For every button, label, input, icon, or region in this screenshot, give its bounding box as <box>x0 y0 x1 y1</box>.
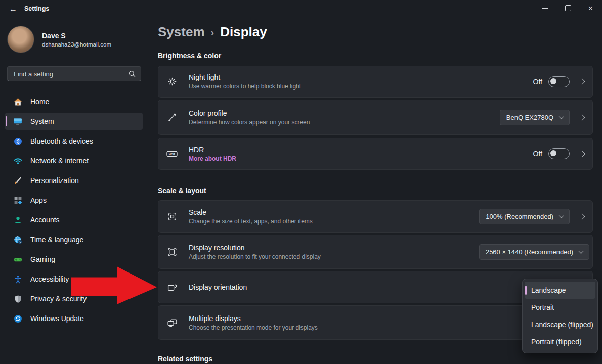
row-title: Display resolution <box>189 244 321 252</box>
avatar <box>7 26 34 53</box>
toggle-knob <box>550 78 556 84</box>
bluetooth-icon <box>13 136 22 146</box>
accessibility-icon <box>13 275 22 284</box>
hdr-icon: HDR <box>165 148 179 159</box>
breadcrumb-separator-icon: › <box>211 27 214 38</box>
selected-indicator <box>525 286 527 295</box>
sidebar-item-label: Home <box>30 98 49 106</box>
sidebar-item-bluetooth-devices[interactable]: Bluetooth & devices <box>5 132 143 150</box>
minimize-icon <box>542 8 548 9</box>
orientation-option-landscape-flipped[interactable]: Landscape (flipped) <box>525 316 595 333</box>
dropdown-value: 100% (Recommended) <box>486 213 553 220</box>
option-label: Portrait <box>531 303 554 311</box>
display-orientation-icon <box>165 282 179 293</box>
row-title: Display orientation <box>189 283 247 291</box>
windows-update-icon <box>13 314 22 323</box>
chevron-down-icon <box>559 213 564 218</box>
more-about-hdr-link[interactable]: More about HDR <box>189 155 236 162</box>
sidebar-item-label: Time & language <box>30 236 83 244</box>
orientation-option-portrait[interactable]: Portrait <box>525 299 595 316</box>
sidebar-item-label: Windows Update <box>30 314 84 323</box>
maximize-button[interactable] <box>556 0 579 16</box>
chevron-right-icon[interactable] <box>579 151 585 157</box>
sidebar-item-label: Gaming <box>30 255 55 263</box>
chevron-right-icon[interactable] <box>579 213 585 220</box>
row-subtitle: Choose the presentation mode for your di… <box>189 324 318 331</box>
sidebar-item-label: Accessibility <box>30 275 69 283</box>
option-label: Landscape <box>531 286 566 294</box>
option-label: Landscape (flipped) <box>531 321 593 329</box>
toggle-state-label: Off <box>533 78 542 86</box>
breadcrumb: System › Display <box>158 24 267 40</box>
search-box[interactable] <box>7 66 141 81</box>
svg-text:HDR: HDR <box>169 153 175 156</box>
back-button[interactable]: ← <box>6 3 20 15</box>
orientation-option-landscape[interactable]: Landscape <box>525 282 595 299</box>
night-light-toggle[interactable] <box>548 76 570 87</box>
sidebar-item-time-language[interactable]: Time & language <box>5 231 143 248</box>
sidebar-item-accounts[interactable]: Accounts <box>5 211 143 229</box>
selected-indicator <box>6 116 7 126</box>
section-brightness-color: Brightness & color <box>158 52 221 60</box>
sidebar-item-label: Network & internet <box>30 157 89 165</box>
window-controls: ✕ <box>534 0 602 16</box>
sidebar-item-personalization[interactable]: Personalization <box>5 172 143 189</box>
setting-row-hdr[interactable]: HDR HDR More about HDR Off <box>158 138 593 170</box>
breadcrumb-system[interactable]: System <box>158 24 205 40</box>
close-button[interactable]: ✕ <box>579 0 602 16</box>
dropdown-value: 2560 × 1440 (Recommended) <box>486 248 573 256</box>
search-input[interactable] <box>13 70 128 78</box>
home-icon <box>13 97 22 106</box>
row-title: Color profile <box>189 109 310 117</box>
hdr-toggle[interactable] <box>548 148 570 159</box>
shield-icon <box>13 294 22 303</box>
scale-icon <box>165 211 179 222</box>
user-name: Dave S <box>42 32 66 40</box>
row-title: Multiple displays <box>189 314 318 323</box>
option-label: Portrait (flipped) <box>531 338 582 346</box>
system-icon <box>13 117 22 126</box>
display-resolution-icon <box>165 246 179 257</box>
accounts-icon <box>13 215 22 224</box>
row-subtitle: Change the size of text, apps, and other… <box>189 218 313 225</box>
color-profile-dropdown[interactable]: BenQ EX2780Q <box>500 110 570 125</box>
multiple-displays-icon <box>165 317 179 328</box>
night-light-icon <box>165 76 179 87</box>
setting-row-night-light[interactable]: Night light Use warmer colors to help bl… <box>158 66 593 98</box>
sidebar-item-system[interactable]: System <box>5 113 143 130</box>
row-title: HDR <box>189 146 236 154</box>
row-subtitle: Adjust the resolution to fit your connec… <box>189 253 321 260</box>
chevron-right-icon[interactable] <box>579 114 585 121</box>
sidebar-item-label: Accounts <box>30 216 60 224</box>
dropdown-value: BenQ EX2780Q <box>506 114 553 121</box>
orientation-dropdown-menu: Landscape Portrait Landscape (flipped) P… <box>522 279 598 353</box>
user-email: dshanaha23@hotmail.com <box>42 41 111 48</box>
sidebar-item-network-internet[interactable]: Network & internet <box>5 152 143 169</box>
row-title: Scale <box>189 208 313 216</box>
minimize-button[interactable] <box>534 0 556 16</box>
sidebar-item-home[interactable]: Home <box>5 93 143 110</box>
time-language-icon <box>13 235 22 244</box>
chevron-right-icon[interactable] <box>579 78 585 85</box>
gaming-icon <box>13 255 22 264</box>
search-icon[interactable] <box>128 70 136 77</box>
sidebar-item-gaming[interactable]: Gaming <box>5 251 143 268</box>
personalization-icon <box>13 176 22 185</box>
sidebar-item-apps[interactable]: Apps <box>5 192 143 209</box>
network-icon <box>13 156 22 165</box>
row-subtitle: Use warmer colors to help block blue lig… <box>189 83 301 90</box>
maximize-icon <box>565 5 571 11</box>
scale-dropdown[interactable]: 100% (Recommended) <box>479 209 570 224</box>
setting-row-scale[interactable]: Scale Change the size of text, apps, and… <box>158 200 593 233</box>
setting-row-display-resolution[interactable]: Display resolution Adjust the resolution… <box>158 235 593 269</box>
chevron-down-icon <box>579 249 584 254</box>
page-title: Display <box>220 24 267 40</box>
setting-row-color-profile[interactable]: Color profile Determine how colors appea… <box>158 100 593 135</box>
toggle-state-label: Off <box>533 150 542 158</box>
section-scale-layout: Scale & layout <box>158 187 206 195</box>
orientation-option-portrait-flipped[interactable]: Portrait (flipped) <box>525 333 595 350</box>
sidebar-item-windows-update[interactable]: Windows Update <box>5 310 143 327</box>
display-resolution-dropdown[interactable]: 2560 × 1440 (Recommended) <box>479 244 589 260</box>
apps-icon <box>13 196 22 205</box>
app-title: Settings <box>24 5 49 12</box>
